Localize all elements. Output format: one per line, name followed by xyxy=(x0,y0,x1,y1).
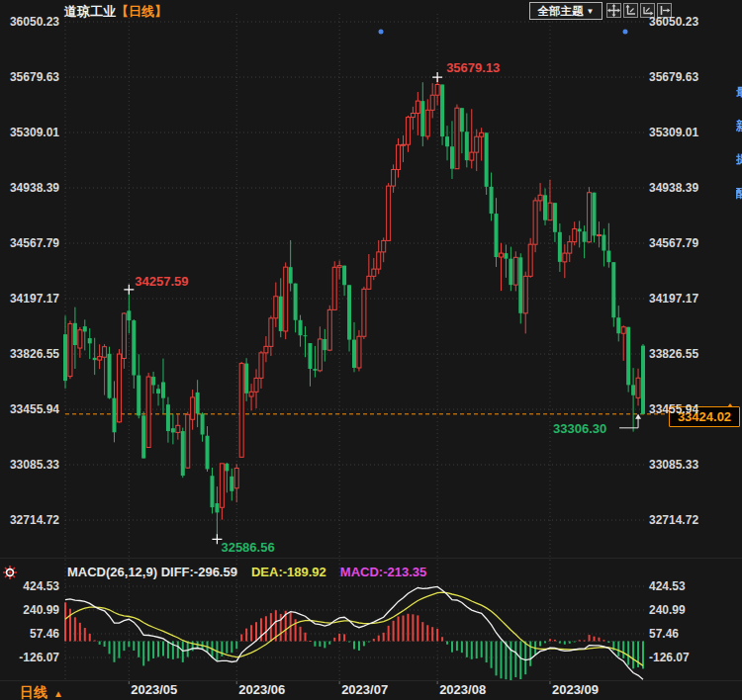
candle-body-down xyxy=(171,428,175,432)
macd-histogram-bar xyxy=(569,642,571,644)
macd-histogram-bar xyxy=(84,628,86,641)
macd-histogram-bar xyxy=(74,617,76,641)
stock-chart-window: 道琼工业【日线】 全部主题 ▼ 35679.13 34257.59 xyxy=(0,0,742,700)
candle-body-down xyxy=(196,393,200,413)
candle-body-down xyxy=(88,338,92,343)
macd-histogram-bar xyxy=(162,642,164,656)
macd-histogram-bar xyxy=(113,642,115,662)
right-edge-tab: 新 xyxy=(736,109,742,142)
macd-histogram-bar xyxy=(280,614,282,642)
price-axis-label-left: 34567.79 xyxy=(0,236,59,250)
candle-body-down xyxy=(352,340,356,368)
price-axis-label-right: 32714.72 xyxy=(649,513,698,527)
macd-histogram-bar xyxy=(250,625,252,641)
candle-body-up xyxy=(499,253,503,257)
macd-histogram-bar xyxy=(598,638,600,642)
macd-histogram-bar xyxy=(94,641,96,642)
macd-macd-readout: MACD:-213.35 xyxy=(340,565,426,579)
candle-body-down xyxy=(299,320,303,335)
pan-icon[interactable] xyxy=(606,3,621,18)
right-edge-tab-strip[interactable]: 最新提醒 xyxy=(736,75,742,204)
macd-histogram-bar xyxy=(147,642,149,661)
candle-body-up xyxy=(220,464,224,507)
candle-body-up xyxy=(480,132,484,136)
macd-axis-label-left: 424.53 xyxy=(0,579,59,593)
candle-body-down xyxy=(225,464,229,472)
candle-body-down xyxy=(504,253,508,259)
candle-body-down xyxy=(342,266,346,286)
macd-histogram-bar xyxy=(431,627,433,641)
period-selector-label: 日线 xyxy=(20,684,47,700)
candle-body-down xyxy=(578,228,582,231)
candle-body-down xyxy=(509,259,512,285)
candle-body-down xyxy=(641,346,645,414)
candle-body-up xyxy=(234,469,238,488)
macd-histogram-bar xyxy=(109,642,111,655)
macd-diff-readout: MACD(26,12,9) DIFF:-296.59 xyxy=(67,565,237,579)
candle-body-down xyxy=(93,358,97,360)
macd-histogram-bar xyxy=(383,633,385,642)
candle-body-up xyxy=(382,240,386,251)
candle-body-up xyxy=(475,136,479,152)
macd-histogram-bar xyxy=(579,640,581,641)
macd-histogram-bar xyxy=(500,642,502,679)
candle-body-up xyxy=(146,377,150,447)
candle-body-down xyxy=(602,235,605,251)
macd-histogram-bar xyxy=(451,642,453,653)
theme-dropdown[interactable]: 全部主题 ▼ xyxy=(529,2,603,20)
right-edge-tab: 醒 xyxy=(736,176,742,204)
right-edge-tab: 提 xyxy=(736,142,742,176)
macd-histogram-bar xyxy=(476,642,478,659)
alert-starburst-icon[interactable] xyxy=(2,565,18,580)
candle-body-up xyxy=(269,318,273,347)
candle-body-down xyxy=(440,84,444,136)
macd-histogram-bar xyxy=(333,638,335,642)
macd-histogram-bar xyxy=(363,642,365,647)
candle-body-up xyxy=(122,313,126,358)
candle-body-up xyxy=(191,397,195,419)
candle-body-up xyxy=(406,118,410,145)
candle-body-up xyxy=(239,364,243,458)
candle-body-down xyxy=(465,131,469,160)
macd-histogram-bar xyxy=(123,642,125,652)
chart-canvas[interactable] xyxy=(0,0,742,700)
macd-histogram-bar xyxy=(627,642,629,665)
high-price-label: 35679.13 xyxy=(446,60,500,75)
period-selector[interactable]: 日线 ▲ xyxy=(20,684,63,700)
macd-histogram-bar xyxy=(157,642,159,657)
candle-body-up xyxy=(327,309,331,350)
candle-body-up xyxy=(636,378,640,397)
candle-body-down xyxy=(201,413,205,434)
candle-body-down xyxy=(518,257,522,313)
candle-body-down xyxy=(294,284,298,320)
macd-histogram-bar xyxy=(539,642,541,647)
macd-axis-label-right: -126.07 xyxy=(649,651,690,664)
macd-diff-line xyxy=(65,586,643,679)
macd-histogram-bar xyxy=(481,642,483,657)
candle-body-up xyxy=(332,267,336,309)
macd-histogram-bar xyxy=(505,642,507,680)
macd-histogram-bar xyxy=(118,642,120,658)
macd-histogram-bar xyxy=(64,602,66,641)
candle-body-down xyxy=(304,335,308,336)
candle-body-up xyxy=(68,323,72,376)
candle-body-up xyxy=(284,267,288,331)
macd-histogram-bar xyxy=(622,642,624,658)
candle-body-up xyxy=(563,253,567,262)
candle-body-up xyxy=(425,110,429,136)
macd-histogram-bar xyxy=(231,642,232,654)
price-axis-label-left: 33826.55 xyxy=(0,347,59,361)
macd-readout: MACD(26,12,9) DIFF:-296.59DEA:-189.92MAC… xyxy=(67,565,426,579)
price-axis-label-left: 32714.72 xyxy=(0,513,59,527)
symbol-name: 道琼工业 xyxy=(64,4,116,19)
macd-axis-label-right: 57.46 xyxy=(649,627,679,641)
candle-body-up xyxy=(435,84,439,95)
price-axis-label-right: 35309.01 xyxy=(649,126,698,139)
macd-histogram-bar xyxy=(584,641,586,642)
macd-histogram-bar xyxy=(235,642,237,650)
pane-divider xyxy=(0,558,742,559)
axis-scale-up-icon[interactable] xyxy=(623,3,638,18)
date-axis-label: 2023/05 xyxy=(131,683,177,697)
candle-body-down xyxy=(166,404,170,431)
price-axis-label-left: 36050.23 xyxy=(0,15,59,29)
